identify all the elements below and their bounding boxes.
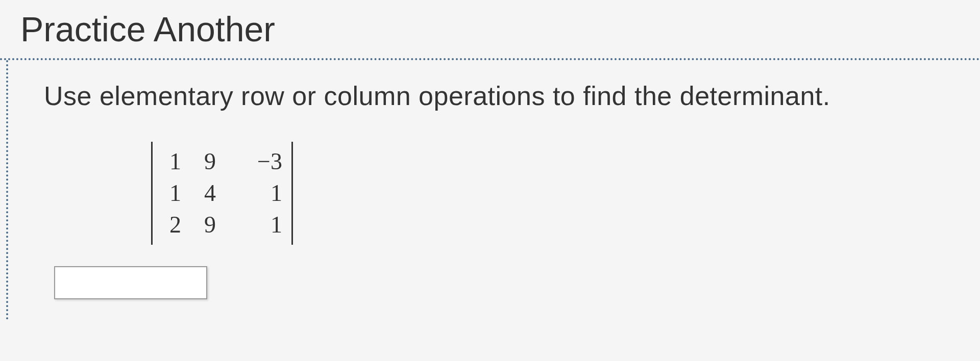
matrix-cell: 2 <box>162 209 181 241</box>
page-title: Practice Another <box>0 0 980 58</box>
question-container: Use elementary row or column operations … <box>6 60 980 320</box>
matrix-row: 1 9 −3 <box>162 146 282 177</box>
matrix-cell: 9 <box>181 209 216 241</box>
question-instruction: Use elementary row or column operations … <box>44 81 944 111</box>
matrix-cell: 4 <box>181 177 216 209</box>
matrix-cell: 1 <box>216 177 282 209</box>
matrix-cell: 1 <box>162 146 181 177</box>
matrix-cell: 9 <box>181 146 216 177</box>
answer-input[interactable] <box>54 266 207 299</box>
matrix-row: 1 4 1 <box>162 177 282 209</box>
matrix-row: 2 9 1 <box>162 209 282 241</box>
determinant-matrix: 1 9 −3 1 4 1 2 9 1 <box>151 142 293 245</box>
matrix-cell: 1 <box>162 177 181 209</box>
matrix-cell: −3 <box>216 146 282 177</box>
matrix-cell: 1 <box>216 209 282 241</box>
